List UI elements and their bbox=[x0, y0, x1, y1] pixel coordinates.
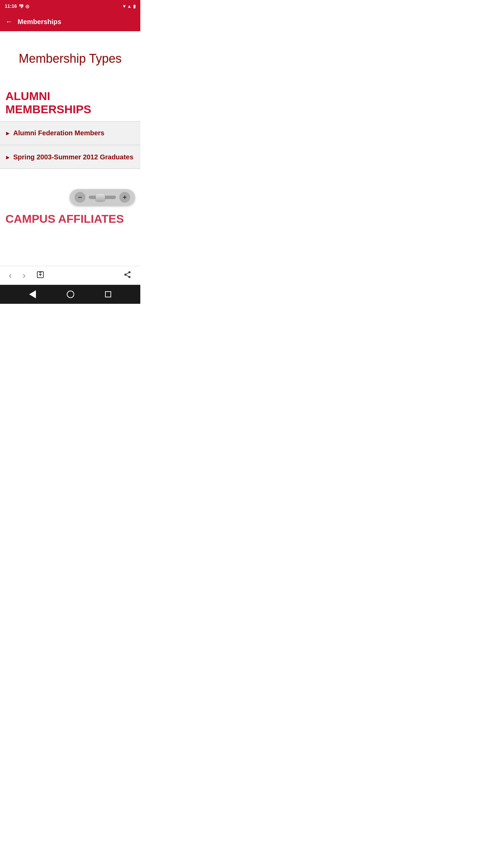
back-icon: ‹ bbox=[9, 270, 12, 281]
recents-square-icon bbox=[105, 291, 111, 297]
zoom-bar: − + bbox=[70, 189, 135, 205]
page-title: Membership Types bbox=[0, 31, 140, 86]
add-to-homescreen-button[interactable] bbox=[31, 268, 50, 283]
signal-icon: ▲ bbox=[127, 4, 131, 9]
back-triangle-icon bbox=[29, 290, 36, 298]
share-icon bbox=[123, 271, 131, 281]
alumni-membership-list: ▸ Alumni Federation Members ▸ Spring 200… bbox=[0, 121, 140, 169]
forward-icon: › bbox=[23, 270, 26, 281]
svg-point-3 bbox=[128, 271, 130, 273]
android-recents-button[interactable] bbox=[105, 291, 111, 297]
share-button[interactable] bbox=[118, 268, 137, 283]
chevron-right-icon: ▸ bbox=[6, 130, 9, 137]
app-bar: ← Memberships bbox=[0, 12, 140, 31]
status-right: ▾ ▲ ▮ bbox=[123, 3, 136, 9]
android-back-button[interactable] bbox=[29, 290, 36, 298]
alumni-federation-label: Alumni Federation Members bbox=[13, 129, 104, 137]
chevron-right-icon: ▸ bbox=[6, 154, 9, 161]
add-icon bbox=[36, 271, 44, 280]
section-spacer bbox=[0, 169, 140, 186]
zoom-track bbox=[89, 196, 116, 199]
back-button[interactable]: ← bbox=[5, 17, 13, 26]
android-home-button[interactable] bbox=[67, 291, 74, 298]
browser-back-button[interactable]: ‹ bbox=[3, 268, 17, 283]
svg-point-4 bbox=[124, 274, 126, 276]
main-content: Membership Types ALUMNI MEMBERSHIPS ▸ Al… bbox=[0, 31, 140, 266]
list-item[interactable]: ▸ Alumni Federation Members bbox=[0, 121, 140, 145]
browser-forward-button[interactable]: › bbox=[17, 268, 31, 283]
svg-point-5 bbox=[128, 276, 130, 278]
pocket-icon: ◎ bbox=[25, 4, 29, 9]
bottom-toolbar: ‹ › bbox=[0, 266, 140, 285]
app-bar-title: Memberships bbox=[18, 18, 61, 26]
spring-graduates-label: Spring 2003-Summer 2012 Graduates bbox=[13, 153, 134, 161]
time-display: 11:16 bbox=[5, 3, 17, 9]
zoom-out-button[interactable]: − bbox=[75, 192, 85, 203]
zoom-bar-container: − + bbox=[0, 186, 140, 209]
wifi-icon: ▾ bbox=[123, 3, 125, 9]
list-item[interactable]: ▸ Spring 2003-Summer 2012 Graduates bbox=[0, 145, 140, 169]
status-bar: 11:16 🖦 ◎ ▾ ▲ ▮ bbox=[0, 0, 140, 12]
zoom-in-button[interactable]: + bbox=[119, 192, 130, 203]
home-circle-icon bbox=[67, 291, 74, 298]
android-nav-bar bbox=[0, 285, 140, 304]
battery-icon: ▮ bbox=[133, 4, 136, 9]
svg-line-6 bbox=[126, 275, 129, 276]
status-left: 11:16 🖦 ◎ bbox=[5, 3, 29, 9]
alumni-section-heading: ALUMNI MEMBERSHIPS bbox=[0, 86, 140, 121]
zoom-thumb[interactable] bbox=[96, 194, 105, 201]
campus-section-heading: CAMPUS AFFILIATES bbox=[0, 209, 140, 231]
svg-line-7 bbox=[126, 273, 129, 274]
sim-icon: 🖦 bbox=[19, 4, 23, 9]
